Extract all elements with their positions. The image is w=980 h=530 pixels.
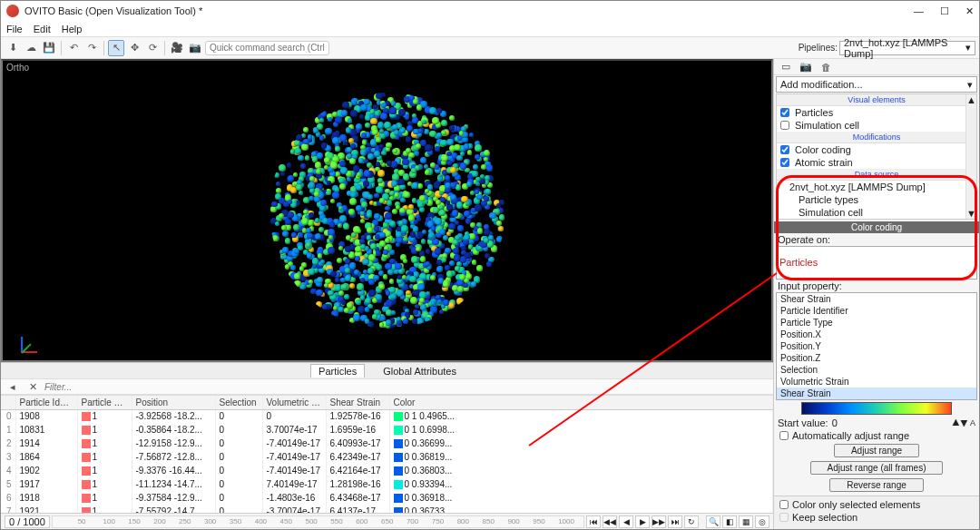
table-row[interactable]: 1108311-0.35864 -18.2...03.70074e-171.69… [1, 423, 773, 437]
table-row[interactable]: 419021-9.3376 -16.44...0-7.40149e-176.42… [1, 464, 773, 477]
pointer-icon[interactable]: ↖ [108, 40, 124, 56]
property-option[interactable]: Position.Y [777, 340, 976, 352]
ds-ptypes[interactable]: Particle types [777, 193, 976, 206]
last-frame-button[interactable]: ⏭ [668, 515, 682, 528]
column-header[interactable] [1, 396, 15, 409]
menu-help[interactable]: Help [62, 24, 83, 34]
window-controls: — ☐ ✕ [914, 5, 974, 17]
frame-counter[interactable]: 0 / 1000 [5, 515, 50, 528]
mod-strain[interactable]: Atomic strain [777, 156, 976, 169]
pipeline-select[interactable]: 2nvt_hot.xyz [LAMMPS Dump]▾ [839, 41, 975, 55]
import-icon[interactable]: ⬇ [5, 40, 21, 56]
mod-color-checkbox[interactable] [780, 145, 789, 154]
table-row[interactable]: 519171-11.1234 -14.7...07.40149e-171.281… [1, 477, 773, 491]
mod-strain-checkbox[interactable] [780, 158, 789, 167]
tab-globals[interactable]: Global Attributes [376, 365, 464, 378]
first-frame-button[interactable]: ⏮ [586, 515, 601, 528]
menu-edit[interactable]: Edit [34, 24, 51, 34]
start-value[interactable]: 0 [832, 417, 838, 428]
minimize-button[interactable]: — [914, 5, 924, 17]
filter-input[interactable] [44, 382, 317, 392]
column-header[interactable]: Particle Identifier [15, 396, 77, 409]
viewport[interactable]: Ortho [1, 59, 773, 362]
operate-on-label: Operate on: [778, 234, 830, 245]
property-option[interactable]: Volumetric Strain [777, 376, 976, 388]
property-option[interactable]: Position.Z [777, 352, 976, 364]
color-gradient[interactable] [801, 402, 952, 415]
column-header[interactable]: Shear Strain [326, 396, 389, 409]
particle-table[interactable]: Particle IdentifierParticle TypePosition… [1, 395, 773, 513]
maximize-button[interactable]: ☐ [940, 5, 949, 17]
input-property-list[interactable]: Shear StrainParticle IdentifierParticle … [776, 292, 977, 400]
table-row[interactable]: 619181-9.37584 -12.9...0-1.4803e-166.434… [1, 491, 773, 505]
snapshot-icon[interactable]: 📷 [798, 59, 814, 75]
prev-frame-button[interactable]: ◀◀ [603, 515, 617, 528]
property-option[interactable]: Shear Strain [777, 293, 976, 305]
color-only-selected-label: Color only selected elements [792, 499, 920, 510]
trash-icon[interactable]: 🗑 [818, 59, 834, 75]
clear-filter-icon[interactable]: ✕ [24, 378, 41, 395]
property-option[interactable]: Particle Type [777, 317, 976, 329]
vis-particles[interactable]: Particles [777, 106, 976, 119]
property-option[interactable]: Selection [777, 364, 976, 376]
property-option[interactable]: Particle Identifier [777, 305, 976, 317]
frame-slider[interactable]: 5010015020025030035040045050055060065070… [52, 515, 584, 528]
play-button[interactable]: ▶ [635, 515, 650, 528]
camera-icon[interactable]: 📷 [187, 40, 203, 56]
viewport-label: Ortho [6, 63, 29, 73]
menu-file[interactable]: File [6, 24, 23, 34]
column-header[interactable]: Volumetric Strain [262, 396, 326, 409]
cat-visual: Visual elements [777, 94, 976, 106]
reverse-range-button[interactable]: Reverse range [829, 478, 924, 492]
move-icon[interactable]: ✥ [126, 40, 142, 56]
app-icon [6, 5, 19, 17]
column-header[interactable]: Position [132, 396, 215, 409]
operate-on-combo[interactable]: Particles [776, 246, 977, 280]
cloud-icon[interactable]: ☁ [23, 40, 39, 56]
loop-button[interactable]: ↻ [684, 515, 699, 528]
adjust-range-all-button[interactable]: Adjust range (all frames) [810, 461, 944, 475]
ds-file[interactable]: 2nvt_hot.xyz [LAMMPS Dump] [777, 181, 976, 193]
column-header[interactable]: Selection [215, 396, 262, 409]
mod-color[interactable]: Color coding [777, 143, 976, 156]
next-frame-button[interactable]: ▶▶ [652, 515, 666, 528]
pipeline-scrollbar[interactable]: ▲▼ [965, 94, 976, 219]
table-row[interactable]: 219141-12.9158 -12.9...0-7.40149e-176.40… [1, 437, 773, 450]
close-button[interactable]: ✕ [965, 5, 974, 17]
play-back-button[interactable]: ◀ [619, 515, 633, 528]
adjust-range-button[interactable]: Adjust range [834, 444, 919, 457]
table-row[interactable]: 318641-7.56872 -12.8...0-7.40149e-176.42… [1, 450, 773, 464]
doc-icon[interactable]: ▭ [778, 59, 794, 75]
vis-particles-checkbox[interactable] [780, 108, 789, 117]
save-icon[interactable]: 💾 [41, 40, 57, 56]
keep-selection-label: Keep selection [792, 512, 858, 523]
property-option[interactable]: Shear Strain [777, 388, 976, 399]
property-option[interactable]: Position.X [777, 329, 976, 340]
data-tabs: Particles Global Attributes [1, 362, 773, 378]
window-title: OVITO Basic (Open Visualization Tool) * [24, 5, 202, 16]
auto-adjust-checkbox[interactable] [779, 431, 789, 440]
add-modification-dropdown[interactable]: Add modification...▾ [776, 76, 977, 93]
main-toolbar: ⬇ ☁ 💾 ↶ ↷ ↖ ✥ ⟳ 🎥 📷 Pipelines: 2nvt_hot.… [1, 37, 979, 59]
zoom-icon[interactable]: 🔍 [706, 515, 720, 528]
target-icon[interactable]: ◎ [755, 515, 769, 528]
column-header[interactable]: Color [389, 396, 773, 409]
ds-cell[interactable]: Simulation cell [777, 206, 976, 219]
vis-cell[interactable]: Simulation cell [777, 119, 976, 132]
rotate-icon[interactable]: ⟳ [144, 40, 161, 56]
fit-icon[interactable]: ◧ [722, 515, 737, 528]
collapse-icon[interactable]: ◂ [5, 378, 21, 395]
render-icon[interactable]: 🎥 [169, 40, 185, 56]
input-property-label: Input property: [778, 280, 842, 291]
pipelines-label: Pipelines: [799, 43, 838, 53]
grid-icon[interactable]: ▦ [739, 515, 753, 528]
vis-cell-checkbox[interactable] [780, 121, 789, 130]
column-header[interactable]: Particle Type [77, 396, 132, 409]
quick-search-input[interactable] [205, 41, 329, 55]
tab-particles[interactable]: Particles [310, 364, 365, 378]
undo-icon[interactable]: ↶ [65, 40, 82, 56]
color-only-selected-checkbox[interactable] [779, 500, 789, 509]
redo-icon[interactable]: ↷ [83, 40, 100, 56]
table-row[interactable]: 719211-7.55792 -14.7...0-3.70074e-176.41… [1, 505, 773, 513]
table-row[interactable]: 019081-3.92568 -18.2...001.92578e-160 1 … [1, 409, 773, 423]
